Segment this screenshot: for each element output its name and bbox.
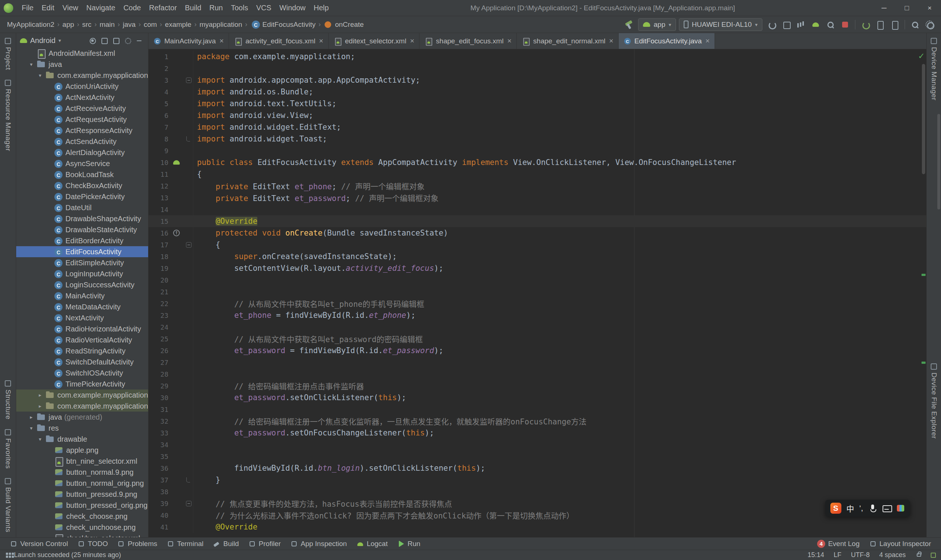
breadcrumb-item-myapplication2[interactable]: MyApplication2 <box>5 20 56 29</box>
breadcrumb-item-myapplication[interactable]: myapplication <box>198 20 244 29</box>
tree-item-asyncservice[interactable]: AsyncService <box>16 158 148 169</box>
code-line[interactable]: 15 @Override <box>148 215 926 227</box>
expand-all-icon[interactable] <box>99 35 109 46</box>
memory-indicator-icon[interactable] <box>931 553 936 558</box>
close-icon[interactable]: × <box>507 37 512 45</box>
tree-item-switchdefaultactivity[interactable]: SwitchDefaultActivity <box>16 357 148 368</box>
toolwindow-button-build[interactable]: Build <box>208 538 244 550</box>
editor-tab-mainactivity-java[interactable]: MainActivity.java× <box>148 33 229 49</box>
toolwindow-button-app-inspection[interactable]: App Inspection <box>286 538 352 550</box>
line-number[interactable]: 7 <box>148 123 168 131</box>
settings-icon[interactable] <box>923 18 936 31</box>
code-line[interactable]: 5import android.text.TextUtils; <box>148 98 926 109</box>
tree-item-btn-nine-selector-xml[interactable]: btn_nine_selector.xml <box>16 455 148 467</box>
tree-item-metadataactivity[interactable]: MetaDataActivity <box>16 301 148 312</box>
toolbox-icon[interactable] <box>896 504 905 512</box>
line-number[interactable]: 2 <box>148 65 168 72</box>
fold-marker[interactable] <box>186 77 191 83</box>
code-line[interactable]: 10public class EditFocusActivity extends… <box>148 157 926 168</box>
tool-button-structure[interactable]: Structure <box>4 375 12 425</box>
fold-marker[interactable] <box>186 242 191 248</box>
tool-button-resource-manager[interactable]: Resource Manager <box>4 75 12 156</box>
line-number[interactable]: 23 <box>148 312 168 319</box>
close-icon[interactable]: × <box>705 37 710 45</box>
settings-icon[interactable] <box>122 35 133 46</box>
tree-toggle-arrow[interactable]: ▾ <box>36 72 44 78</box>
line-number[interactable]: 14 <box>148 206 168 214</box>
tree-item-com-example-myapplication[interactable]: ▸com.example.myapplication(androidTest) <box>16 389 148 400</box>
tree-item-button-normal-9-png[interactable]: button_normal.9.png <box>16 467 148 478</box>
window-minimize-button[interactable]: ─ <box>873 0 895 16</box>
menu-item-view[interactable]: View <box>59 0 82 16</box>
code-line[interactable]: 32 // 给密码编辑框注册一个焦点变化监听器，一旦焦点发生变化，就触发监听器的… <box>148 415 926 427</box>
override-gutter-icon[interactable] <box>173 230 180 236</box>
close-icon[interactable]: × <box>219 37 224 45</box>
code-line[interactable]: 27 <box>148 357 926 368</box>
fold-marker[interactable] <box>186 501 191 506</box>
run-configuration-select[interactable]: app ▾ <box>638 18 676 31</box>
menu-item-help[interactable]: Help <box>310 0 333 16</box>
tree-item-drawablestateactivity[interactable]: DrawableStateActivity <box>16 224 148 235</box>
code-line[interactable]: 34 <box>148 439 926 451</box>
code-line[interactable]: 28 <box>148 368 926 380</box>
code-line[interactable]: 26 et_password = findViewById(R.id.et_pa… <box>148 345 926 357</box>
line-number[interactable]: 1 <box>148 53 168 61</box>
code-line[interactable]: 19 setContentView(R.layout.activity_edit… <box>148 262 926 274</box>
tree-item-datepickeractivity[interactable]: DatePickerActivity <box>16 191 148 202</box>
apply-changes-icon[interactable] <box>859 18 872 31</box>
tree-item-editborderactivity[interactable]: EditBorderActivity <box>16 235 148 246</box>
close-icon[interactable]: × <box>410 37 414 45</box>
code-line[interactable]: 25 // 从布局文件中获取名叫et_password的密码编辑框 <box>148 333 926 345</box>
line-number[interactable]: 6 <box>148 112 168 119</box>
toolwindow-button-run[interactable]: Run <box>393 538 425 550</box>
tree-item-drawableshapeactivity[interactable]: DrawableShapeActivity <box>16 213 148 224</box>
code-line[interactable]: 22 // 从布局文件中获取名叫et_phone的手机号码编辑框 <box>148 298 926 309</box>
tree-item-radiohorizontalactivity[interactable]: RadioHorizontalActivity <box>16 323 148 334</box>
code-line[interactable]: 24 <box>148 321 926 333</box>
scrollbar-thumb[interactable] <box>922 64 925 174</box>
line-number[interactable]: 34 <box>148 441 168 449</box>
line-number[interactable]: 9 <box>148 147 168 155</box>
tree-item-readstringactivity[interactable]: ReadStringActivity <box>16 345 148 357</box>
tree-item-radioverticalactivity[interactable]: RadioVerticalActivity <box>16 334 148 345</box>
editor-tab-shape-edit-normal-xml[interactable]: shape_edit_normal.xml× <box>517 33 619 49</box>
code-line[interactable]: 18 super.onCreate(savedInstanceState); <box>148 251 926 262</box>
code-line[interactable]: 35 <box>148 451 926 462</box>
stop-icon[interactable] <box>839 18 851 31</box>
inspection-ok-icon[interactable]: ✓ <box>918 51 925 61</box>
tree-item-res[interactable]: ▾res <box>16 423 148 434</box>
code-line[interactable]: 17 { <box>148 239 926 251</box>
line-number[interactable]: 17 <box>148 241 168 249</box>
tree-item-checkbox-selector-xml[interactable]: checkbox_selector.xml <box>16 533 148 537</box>
line-number[interactable]: 26 <box>148 347 168 355</box>
menu-item-file[interactable]: File <box>18 0 37 16</box>
fold-marker[interactable] <box>186 136 190 142</box>
ime-item[interactable]: ’, <box>859 504 864 512</box>
code-line[interactable]: 14 <box>148 203 926 215</box>
line-number[interactable]: 24 <box>148 323 168 331</box>
line-number[interactable]: 41 <box>148 523 168 531</box>
code-line[interactable]: 41 @Override <box>148 521 926 533</box>
line-number[interactable]: 13 <box>148 194 168 202</box>
fold-marker[interactable] <box>186 477 190 483</box>
line-number[interactable]: 16 <box>148 229 168 237</box>
hide-icon[interactable] <box>134 35 145 46</box>
code-line[interactable]: 31 <box>148 403 926 415</box>
android-gutter-icon[interactable] <box>173 160 180 165</box>
tree-item-com-example-myapplication[interactable]: ▸com.example.myapplication(test) <box>16 400 148 412</box>
close-icon[interactable]: × <box>609 37 613 45</box>
tree-item-nextactivity[interactable]: NextActivity <box>16 312 148 323</box>
tree-item-mainactivity[interactable]: MainActivity <box>16 290 148 301</box>
line-number[interactable]: 38 <box>148 488 168 496</box>
menu-item-edit[interactable]: Edit <box>37 0 58 16</box>
code-line[interactable]: 9 <box>148 145 926 157</box>
tool-button-favorites[interactable]: Favorites <box>4 425 12 474</box>
tree-toggle-arrow[interactable]: ▾ <box>27 425 35 431</box>
tree-item-apple-png[interactable]: apple.png <box>16 445 148 455</box>
toolwindow-button-problems[interactable]: Problems <box>112 538 162 550</box>
run-app-icon[interactable] <box>809 18 822 31</box>
code-line[interactable]: 36 findViewById(R.id.btn_login).setOnCli… <box>148 462 926 474</box>
code-line[interactable]: 21 <box>148 286 926 298</box>
line-number[interactable]: 33 <box>148 429 168 437</box>
line-number[interactable]: 5 <box>148 100 168 108</box>
